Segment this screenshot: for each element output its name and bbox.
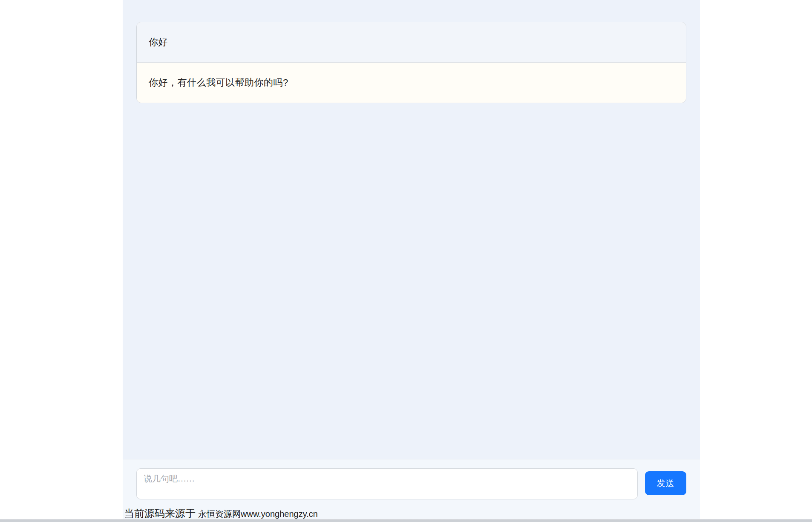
chat-message-list: 你好 你好，有什么我可以帮助你的吗? [123, 0, 700, 459]
send-button[interactable]: 发送 [645, 471, 686, 495]
user-message-row: 你好 [137, 22, 686, 63]
footer-credit-prefix: 当前源码来源于 [124, 508, 196, 519]
composer-row: 发送 [123, 459, 700, 499]
footer-credit-site: 永恒资源网www.yonghengzy.cn [198, 509, 318, 519]
assistant-message-text: 你好，有什么我可以帮助你的吗? [149, 76, 288, 89]
message-input[interactable] [136, 468, 638, 499]
horizontal-scrollbar[interactable] [0, 519, 812, 522]
composer-bar: 发送 当前源码来源于永恒资源网www.yonghengzy.cn [123, 459, 700, 519]
footer-credit: 当前源码来源于永恒资源网www.yonghengzy.cn [124, 507, 318, 519]
page: 你好 你好，有什么我可以帮助你的吗? 发送 当前源码来源于永恒资源网www.yo… [0, 0, 812, 522]
chat-card: 你好 你好，有什么我可以帮助你的吗? [136, 22, 686, 103]
user-message-text: 你好 [149, 36, 168, 49]
assistant-message-row: 你好，有什么我可以帮助你的吗? [137, 63, 686, 103]
chat-app-container: 你好 你好，有什么我可以帮助你的吗? 发送 当前源码来源于永恒资源网www.yo… [123, 0, 700, 519]
